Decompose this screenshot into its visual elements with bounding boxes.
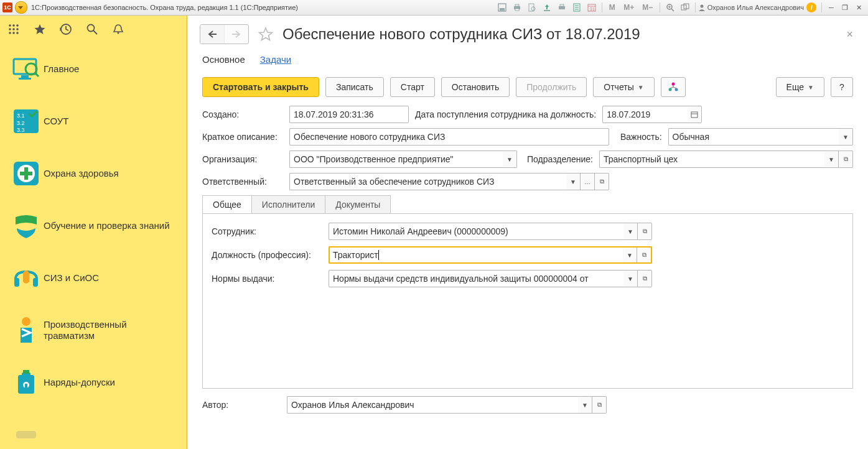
apps-icon[interactable]	[6, 22, 21, 37]
calc-icon[interactable]	[571, 2, 582, 13]
short-desc-field[interactable]: Обеспечение нового сотрудника СИЗ	[289, 128, 609, 146]
windows-icon[interactable]	[679, 2, 691, 13]
created-field[interactable]: 18.07.2019 20:31:36	[289, 106, 409, 123]
svg-point-59	[671, 83, 674, 86]
svg-point-34	[88, 25, 95, 32]
print-icon[interactable]	[511, 2, 523, 13]
chevron-down-icon[interactable]: ▼	[578, 396, 592, 414]
favorites-icon[interactable]	[32, 22, 47, 37]
svg-line-41	[35, 73, 39, 76]
close-page-button[interactable]: ×	[844, 28, 856, 41]
info-icon[interactable]: i	[806, 2, 816, 12]
m-minus-button[interactable]: M−	[640, 2, 655, 13]
app-menu-icon[interactable]	[15, 1, 27, 14]
start-button[interactable]: Старт	[390, 77, 435, 97]
zoom-icon[interactable]	[665, 2, 676, 13]
open-icon[interactable]: ⧉	[638, 270, 652, 287]
hire-date-field[interactable]: 18.07.2019	[602, 106, 702, 123]
structure-button[interactable]	[661, 77, 686, 97]
chevron-down-icon[interactable]: ▼	[839, 128, 853, 146]
svg-rect-57	[25, 384, 27, 389]
forward-button[interactable]	[224, 25, 248, 44]
sidebar-item-label: СИЗ и СиОС	[44, 272, 99, 284]
importance-field[interactable]: Обычная ▼	[668, 128, 853, 146]
sidebar-item-main[interactable]: Главное	[0, 43, 187, 95]
sidebar-item-health[interactable]: Охрана здоровья	[0, 147, 187, 200]
svg-point-52	[22, 317, 30, 326]
chevron-down-icon[interactable]: ▼	[623, 270, 638, 287]
position-field[interactable]: Тракторист ▼ ⧉	[329, 246, 652, 264]
svg-rect-49	[20, 172, 32, 175]
sidebar-item-label: Наряды-допуски	[44, 377, 115, 388]
author-field[interactable]: Охранов Илья Александрович ▼ ⧉	[287, 396, 607, 414]
sout-icon: 3.13.23.3	[9, 106, 44, 136]
search-icon[interactable]	[85, 22, 100, 37]
history-icon[interactable]	[58, 22, 73, 37]
tab-main[interactable]: Основное	[202, 50, 245, 68]
monitor-icon	[9, 54, 44, 84]
org-field[interactable]: ООО "Производственное предприятие" ▼	[289, 150, 517, 168]
subtab-performers[interactable]: Исполнители	[252, 196, 325, 213]
sidebar-item-more[interactable]	[0, 409, 187, 449]
save-icon[interactable]	[497, 2, 508, 13]
open-icon[interactable]: ⧉	[592, 396, 607, 414]
importance-label: Важность:	[620, 132, 662, 142]
svg-rect-58	[16, 431, 36, 438]
open-icon[interactable]: ⧉	[638, 223, 652, 240]
start-close-button[interactable]: Стартовать и закрыть	[202, 77, 319, 97]
open-icon[interactable]: ⧉	[637, 246, 652, 264]
stop-button[interactable]: Остановить	[441, 77, 510, 97]
chevron-down-icon[interactable]: ▼	[623, 246, 637, 264]
calendar-icon[interactable]: 31	[586, 2, 597, 13]
print2-icon[interactable]	[556, 2, 567, 13]
svg-rect-1	[500, 8, 505, 11]
svg-point-32	[16, 32, 19, 34]
sub-tabs: Общее Исполнители Документы	[202, 195, 391, 213]
dept-label: Подразделение:	[527, 154, 593, 164]
chevron-down-icon[interactable]: ▼	[824, 150, 839, 168]
norms-field[interactable]: Нормы выдачи средств индивидуальной защи…	[329, 270, 652, 287]
sidebar-item-permits[interactable]: Наряды-допуски	[0, 356, 187, 409]
more-button[interactable]: Еще▼	[776, 77, 824, 97]
responsible-field[interactable]: Ответственный за обеспечение сотрудников…	[289, 173, 609, 190]
hire-date-label: Дата поступления сотрудника на должность…	[415, 109, 596, 119]
open-icon[interactable]: ⧉	[595, 173, 609, 190]
subtab-general[interactable]: Общее	[203, 196, 252, 213]
back-button[interactable]	[200, 25, 224, 44]
star-icon[interactable]	[258, 26, 274, 42]
sidebar-item-ppe[interactable]: СИЗ и СиОС	[0, 252, 187, 304]
m-plus-button[interactable]: M+	[622, 2, 637, 13]
ellipsis-icon[interactable]: …	[581, 173, 595, 190]
chevron-down-icon[interactable]: ▼	[566, 173, 581, 190]
preview-icon[interactable]	[526, 2, 538, 13]
more-icon	[9, 420, 44, 449]
chevron-down-icon[interactable]: ▼	[623, 223, 638, 240]
close-button[interactable]: ✕	[853, 2, 864, 12]
upload-icon[interactable]	[541, 2, 553, 13]
org-label: Организация:	[202, 154, 283, 164]
subtab-docs[interactable]: Документы	[325, 196, 390, 213]
sidebar-item-injury[interactable]: Производственный травматизм	[0, 304, 187, 356]
calendar-picker-icon[interactable]	[688, 106, 702, 123]
reports-button[interactable]: Отчеты▼	[593, 77, 654, 97]
svg-line-18	[671, 9, 674, 11]
open-icon[interactable]: ⧉	[839, 150, 853, 168]
sidebar-item-sout[interactable]: 3.13.23.3 СОУТ	[0, 95, 187, 147]
bell-icon[interactable]	[111, 22, 126, 37]
maximize-button[interactable]: ❐	[839, 2, 851, 12]
save-button[interactable]: Записать	[325, 77, 384, 97]
chevron-down-icon[interactable]: ▼	[503, 150, 517, 168]
user-icon	[698, 4, 706, 11]
employee-field[interactable]: Истомин Николай Андреевич (0000000009) ▼…	[329, 223, 652, 240]
help-button[interactable]: ?	[831, 77, 853, 97]
employee-label: Сотрудник:	[212, 226, 324, 236]
sidebar-item-label: Обучение и проверка знаний	[44, 220, 170, 231]
svg-point-30	[9, 32, 11, 34]
sidebar-item-training[interactable]: Обучение и проверка знаний	[0, 200, 187, 252]
user-label[interactable]: Охранов Илья Александрович	[698, 4, 804, 11]
dept-field[interactable]: Транспортный цех ▼ ⧉	[599, 150, 853, 168]
m-button[interactable]: M	[607, 2, 618, 13]
minimize-button[interactable]: ─	[826, 2, 837, 12]
continue-button[interactable]: Продолжить	[516, 77, 587, 97]
tab-tasks[interactable]: Задачи	[260, 50, 291, 68]
